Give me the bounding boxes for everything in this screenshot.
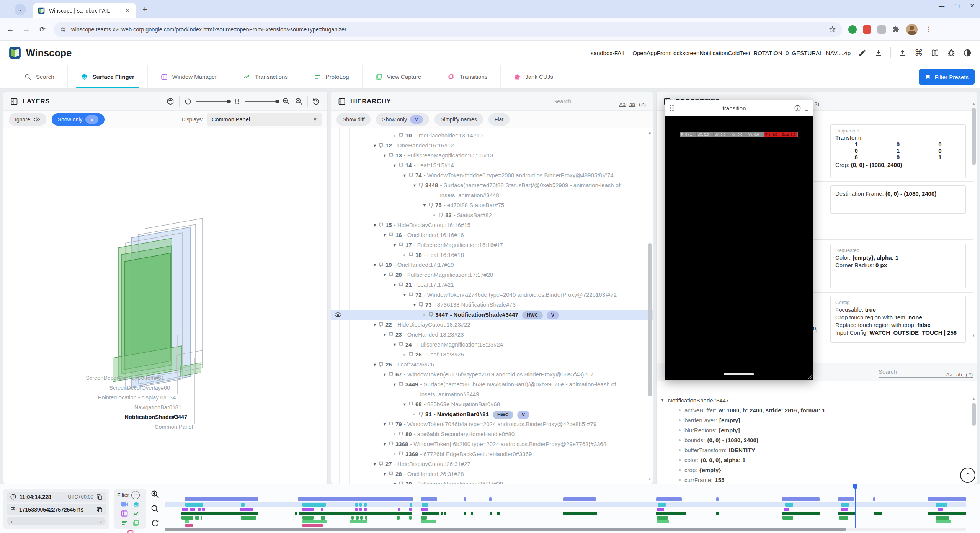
hierarchy-node-row[interactable]: ▼ 75 - ed70f88 StatusBar#75 <box>331 200 653 210</box>
show-only-chip[interactable]: Show only V <box>52 113 105 126</box>
hierarchy-node-row[interactable]: ▼ 79 - WindowToken{7046b4a type=2024 and… <box>331 419 653 429</box>
surface-flinger-icon[interactable] <box>133 501 140 508</box>
hierarchy-node-row[interactable]: ▼ 27 - HideDisplayCutout:26:31#27 <box>331 459 653 469</box>
scroll-up-icon[interactable]: ▲ <box>972 397 975 401</box>
expand-arrow-icon[interactable]: ▼ <box>381 150 389 160</box>
layer-label[interactable]: ScreenDecorOverlay#60 <box>109 385 170 391</box>
property-row[interactable]: blurRegions: [empty] <box>679 425 969 435</box>
hierarchy-node-row[interactable]: ▼ 14 - Leaf:15:15#14 <box>331 160 653 170</box>
hierarchy-node-row[interactable]: 3447 - NotificationShade#3447HWCV <box>331 310 653 320</box>
tab-transactions[interactable]: Transactions <box>230 65 301 88</box>
protolog-icon[interactable] <box>121 520 128 526</box>
forward-icon[interactable]: → <box>21 25 31 34</box>
extension-green-icon[interactable] <box>848 25 857 34</box>
timeline-pager[interactable]: ‹› <box>7 517 106 525</box>
expand-arrow-icon[interactable]: ▼ <box>371 260 379 270</box>
profile-avatar[interactable] <box>906 24 918 35</box>
window-maximize-button[interactable]: ▢ <box>954 2 960 9</box>
info-icon[interactable] <box>794 105 801 112</box>
new-tab-button[interactable]: + <box>142 5 147 15</box>
property-row[interactable]: barrierLayer: [empty] <box>679 415 969 425</box>
transitions-icon[interactable] <box>127 529 134 533</box>
hierarchy-node-row[interactable]: ▼ 22 - HideDisplayCutout:18:23#22 <box>331 320 653 330</box>
hierarchy-node-row[interactable]: 3369 - 67726bf EdgeBackGestureHandler0#3… <box>331 449 653 459</box>
human-time-row[interactable]: 11:04:14.228 UTC+00:00 <box>7 492 106 502</box>
expand-arrow-icon[interactable]: ▼ <box>390 340 399 350</box>
regex-icon[interactable]: (.*) <box>966 369 973 381</box>
properties-scrollbar[interactable] <box>972 108 976 165</box>
scroll-down-icon[interactable]: ▼ <box>648 477 652 481</box>
upload-icon[interactable] <box>898 49 907 57</box>
shortcuts-icon[interactable]: ⌘ <box>915 48 923 58</box>
transition-window-header[interactable]: transition _ <box>665 100 813 116</box>
expand-arrow-icon[interactable]: ▼ <box>381 370 389 379</box>
hierarchy-node-row[interactable]: 18 - Leaf:16:16#18 <box>331 250 653 260</box>
drag-handle-icon[interactable] <box>669 104 675 112</box>
show-diff-chip[interactable]: Show diff <box>336 113 371 126</box>
dark-mode-toggle-icon[interactable] <box>963 49 972 57</box>
expand-arrow-icon[interactable]: ▼ <box>410 180 419 190</box>
hierarchy-node-row[interactable]: ▼ 67 - WindowToken{e5176f9 type=2019 and… <box>331 370 653 379</box>
expand-arrow-icon[interactable]: ▼ <box>410 300 419 310</box>
expand-arrow-icon[interactable]: ▼ <box>390 379 399 389</box>
regex-icon[interactable]: (.*) <box>639 99 646 110</box>
collapse-filter-icon[interactable]: ⌃ <box>131 491 140 499</box>
hierarchy-node-row[interactable]: ▼ 68 - 885b63e NavigationBar0#68 <box>331 399 653 409</box>
timeline-zoom-in-icon[interactable] <box>150 490 160 499</box>
timeline-zoom-out-icon[interactable] <box>150 504 160 513</box>
browser-tab[interactable]: Winscope | sandbox-FAIL ✕ <box>33 3 136 18</box>
minimize-icon[interactable]: _ <box>805 105 808 111</box>
hierarchy-node-row[interactable]: ▼ 24 - FullscreenMagnification:18:23#24 <box>331 340 653 350</box>
scroll-down-icon[interactable]: ▼ <box>972 334 975 337</box>
match-word-icon[interactable]: ab <box>956 369 962 381</box>
transactions-icon[interactable] <box>132 510 139 517</box>
visibility-eye-icon[interactable] <box>334 311 342 319</box>
scroll-up-icon[interactable]: ▲ <box>972 101 975 105</box>
window-minimize-button[interactable]: — <box>939 2 944 9</box>
expand-arrow-icon[interactable]: ▼ <box>400 399 409 409</box>
tab-close-icon[interactable]: ✕ <box>123 7 132 14</box>
expand-arrow-icon[interactable]: ▼ <box>390 280 399 290</box>
hierarchy-node-row[interactable]: ▼ 15 - HideDisplayCutout:16:16#15 <box>331 220 653 230</box>
3d-cube-icon[interactable] <box>166 97 175 106</box>
property-row[interactable]: bufferTransform: IDENTITY <box>679 445 969 455</box>
window-manager-icon[interactable] <box>121 510 128 517</box>
tab-view-capture[interactable]: View Capture <box>362 65 434 88</box>
hierarchy-node-row[interactable]: ▼ 21 - Leaf:17:17#21 <box>331 280 653 290</box>
bookmark-star-icon[interactable] <box>829 26 836 33</box>
expand-arrow-icon[interactable]: ▼ <box>390 160 399 170</box>
match-word-icon[interactable]: ab <box>629 99 635 110</box>
tab-window-manager[interactable]: Window Manager <box>147 65 230 88</box>
expand-arrow-icon[interactable]: ▼ <box>420 200 429 210</box>
hierarchy-search-input[interactable]: Search Aa ab (.*) <box>553 96 646 107</box>
copy-icon[interactable] <box>96 507 103 513</box>
timeline-canvas[interactable] <box>165 484 966 533</box>
hierarchy-node-row[interactable]: ▼ 72 - WindowToken{a2746de type=2040 and… <box>331 290 653 300</box>
proto-scrollbar[interactable] <box>972 403 976 426</box>
tab-search-button[interactable]: ⌄ <box>15 4 26 15</box>
expand-timeline-button[interactable]: ⌃ <box>960 468 975 483</box>
reload-icon[interactable]: ⟳ <box>38 25 47 34</box>
rotation-slider[interactable] <box>196 101 229 102</box>
match-case-icon[interactable]: Aa <box>619 99 626 110</box>
expand-arrow-icon[interactable]: ▼ <box>390 479 399 484</box>
tab-protolog[interactable]: ProtoLog <box>301 65 362 88</box>
layers-3d-canvas[interactable]: ScreenDecorOverlayBottom#61ScreenDecorOv… <box>3 128 327 484</box>
hierarchy-node-row[interactable]: ▼ 3368 - WindowToken{f6b2f60 type=2024 a… <box>331 439 653 449</box>
expand-arrow-icon[interactable]: ▼ <box>400 290 409 300</box>
expand-arrow-icon[interactable]: ▼ <box>381 330 389 340</box>
ns-time-row[interactable]: 1715339054227572545 ns <box>7 504 106 515</box>
documentation-book-icon[interactable] <box>931 49 939 57</box>
proto-search-input[interactable]: Search Aa ab (.*) <box>879 366 973 378</box>
timeline-reset-zoom-icon[interactable] <box>151 519 159 527</box>
proto-root-row[interactable]: ▼ NotificationShade#3447 <box>657 395 969 405</box>
scroll-up-icon[interactable]: ▲ <box>648 131 652 134</box>
tab-jank-cujs[interactable]: Jank CUJs <box>500 65 566 88</box>
hierarchy-node-row[interactable]: ▼ 29 - FullscreenMagnification:26:27#29 <box>331 479 653 484</box>
extension-gray-icon[interactable] <box>877 25 886 34</box>
expand-arrow-icon[interactable]: ▼ <box>381 439 389 449</box>
hierarchy-node-row[interactable]: ▼ 16 - OneHanded:16:16#16 <box>331 230 653 240</box>
hierarchy-node-row[interactable]: ▼ 26 - Leaf:24:25#26 <box>331 360 653 370</box>
url-bar[interactable]: winscope.teams.x20web.corp.google.com/pr… <box>54 22 842 37</box>
layer-label[interactable]: ScreenDecorOverlayBottom#61 <box>86 375 164 381</box>
